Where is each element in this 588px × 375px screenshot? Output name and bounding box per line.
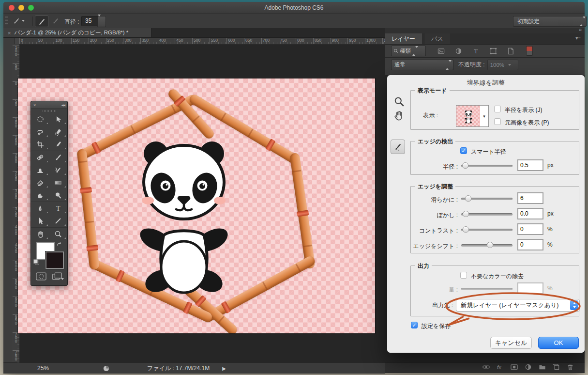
erase-refinements-tool-button[interactable]	[49, 16, 61, 26]
adjust-row-field[interactable]	[517, 208, 543, 219]
adjust-row-slider[interactable]	[461, 213, 513, 216]
document-tab[interactable]: × パンダ-1 @ 25% (パンダ のコピー, RGB/8*) *	[3, 28, 151, 37]
cancel-button[interactable]: キャンセル	[490, 337, 532, 349]
toolbox-grip[interactable]	[31, 109, 67, 113]
zoom-level[interactable]: 25%	[37, 365, 49, 372]
tool-eyedropper[interactable]	[49, 138, 68, 151]
filter-switch-icon[interactable]	[526, 46, 533, 56]
adjust-row-slider[interactable]	[461, 198, 513, 200]
filter-type-dropdown[interactable]: 種類	[391, 46, 426, 56]
adjust-row-slider[interactable]	[461, 244, 513, 247]
panel-menu-icon[interactable]: ▾≡	[575, 35, 581, 41]
edge-detection-group-label: エッジの検出	[415, 138, 455, 146]
swap-colors-icon[interactable]	[56, 241, 63, 248]
show-original-checkbox[interactable]	[494, 118, 501, 125]
document-canvas[interactable]	[18, 78, 375, 333]
tool-clone-stamp[interactable]	[31, 164, 49, 176]
path-selection-icon	[36, 217, 44, 225]
options-bar-grip[interactable]	[5, 16, 8, 26]
layer-mask-icon[interactable]	[511, 363, 518, 373]
tool-brush[interactable]	[49, 151, 68, 164]
opacity-label: 不透明度 :	[458, 61, 485, 69]
status-options-arrow[interactable]: ▶	[222, 366, 226, 371]
remember-settings-checkbox[interactable]: ✓	[411, 322, 418, 328]
adjust-row-field[interactable]	[517, 239, 543, 250]
ellipse-marquee-icon	[36, 115, 44, 123]
tool-move[interactable]	[49, 113, 68, 125]
new-layer-icon[interactable]	[553, 363, 560, 373]
trash-icon[interactable]	[567, 363, 574, 373]
toolbox-header[interactable]: × ◀◀	[31, 101, 67, 109]
tool-zoom[interactable]	[49, 227, 68, 240]
dialog-hand-tool-icon[interactable]	[393, 110, 404, 121]
tool-history-brush[interactable]	[49, 164, 68, 176]
show-radius-checkbox[interactable]	[494, 106, 501, 112]
amount-label: 量 :	[411, 286, 458, 294]
smart-radius-checkbox[interactable]: ✓	[460, 147, 467, 154]
output-to-dropdown[interactable]: 新規レイヤー (レイヤーマスクあり)	[456, 299, 580, 312]
svg-text:T: T	[474, 47, 478, 55]
radius-field[interactable]	[517, 159, 543, 171]
toolbox-collapse-icon[interactable]: ◀◀	[61, 103, 65, 107]
smart-object-filter-icon[interactable]	[507, 47, 514, 55]
brush-preset-picker[interactable]	[12, 16, 30, 26]
amount-field[interactable]	[517, 282, 543, 294]
tool-pen[interactable]	[31, 202, 49, 215]
quick-mask-button[interactable]	[35, 271, 47, 281]
tool-type[interactable]: T	[49, 202, 68, 215]
tab-layers[interactable]: レイヤー	[385, 33, 422, 44]
diameter-dropdown-button[interactable]	[97, 16, 106, 27]
adjustment-icon[interactable]	[525, 363, 532, 373]
radius-slider[interactable]	[461, 165, 513, 167]
h-ruler-label: 450	[175, 38, 183, 44]
adjust-row-slider[interactable]	[461, 229, 513, 231]
default-colors-icon[interactable]	[33, 259, 40, 266]
tool-dodge[interactable]	[49, 189, 68, 202]
radius-unit: px	[547, 162, 554, 169]
tool-path-selection[interactable]	[31, 215, 49, 227]
ok-button[interactable]: OK	[538, 337, 579, 349]
decontaminate-checkbox[interactable]	[460, 272, 467, 279]
blend-mode-dropdown[interactable]: 通常	[391, 60, 453, 70]
tool-hand[interactable]	[31, 227, 49, 240]
adjustment-filter-icon[interactable]	[455, 47, 462, 55]
preset-dropdown[interactable]: 初期設定	[513, 16, 587, 27]
refine-radius-brush-icon	[393, 143, 402, 151]
fx-icon[interactable]: fx	[497, 363, 504, 373]
toolbox-close-icon[interactable]: ×	[33, 103, 36, 108]
type-filter-icon[interactable]: T	[472, 47, 480, 55]
link-icon[interactable]	[482, 363, 490, 373]
opacity-dropdown[interactable]: 100%	[487, 60, 518, 70]
shape-filter-icon[interactable]	[490, 47, 497, 55]
screen-mode-button[interactable]	[51, 271, 63, 281]
tool-healing-brush[interactable]	[31, 151, 49, 164]
tool-gradient[interactable]	[49, 176, 68, 189]
adjust-row-field[interactable]	[517, 192, 543, 204]
expand-panels-icon[interactable]: »	[579, 27, 582, 32]
file-info: ファイル : 17.7M/24.1M	[147, 364, 210, 373]
tool-quick-selection[interactable]	[49, 125, 68, 138]
refine-radius-tool-button[interactable]	[35, 16, 48, 27]
v-ruler-label: 7 0 0	[13, 332, 19, 343]
brush-icon	[54, 154, 62, 161]
tool-eraser[interactable]	[31, 176, 49, 189]
adjust-row-field[interactable]	[517, 223, 543, 235]
tool-ellipse-marquee[interactable]	[31, 113, 49, 125]
output-to-label: 出力先 :	[411, 301, 453, 310]
h-ruler-label: 150	[71, 38, 79, 44]
tool-line[interactable]	[49, 215, 68, 227]
tab-paths[interactable]: パス	[424, 33, 450, 44]
dialog-refine-radius-tool-button[interactable]	[391, 140, 405, 154]
tool-crop[interactable]	[31, 138, 49, 151]
title-bar[interactable]: Adobe Photoshop CS6	[3, 2, 585, 14]
tool-smudge[interactable]	[31, 189, 49, 202]
close-document-icon[interactable]: ×	[8, 30, 11, 36]
layer-filter-row: 種類 T	[385, 45, 585, 57]
view-thumbnail-dropdown[interactable]: ▾	[456, 105, 489, 127]
folder-icon[interactable]	[539, 363, 546, 373]
tool-lasso[interactable]	[31, 125, 49, 138]
dialog-zoom-tool-icon[interactable]	[394, 96, 405, 107]
background-color-swatch[interactable]	[45, 251, 64, 269]
horizontal-ruler[interactable]: 0501001502002503003504004505005506006507…	[19, 38, 385, 45]
pixel-filter-icon[interactable]	[437, 47, 445, 55]
